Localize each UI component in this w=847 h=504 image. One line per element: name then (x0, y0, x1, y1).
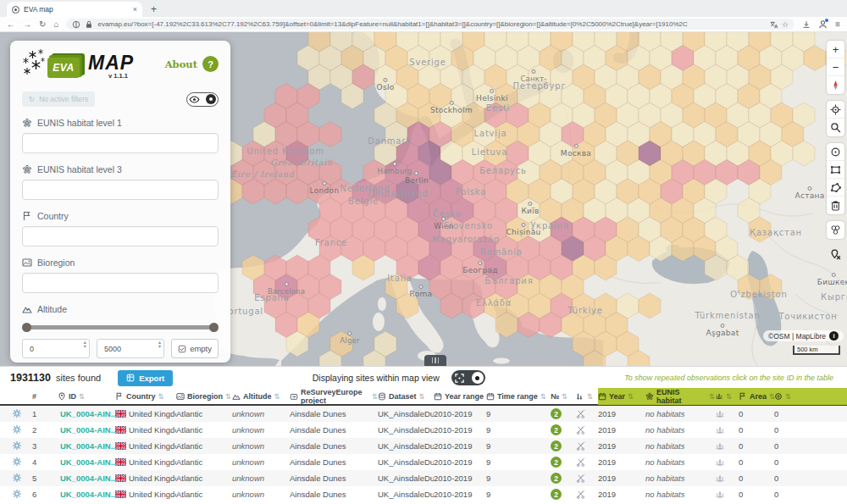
profile-avatar[interactable] (818, 19, 828, 29)
column-header-time_range[interactable]: Time range⇅ (486, 392, 551, 401)
cell-select[interactable] (12, 489, 32, 501)
site-id-link[interactable]: UK_0004-AIN... (60, 425, 115, 435)
cell-n[interactable]: 2 (551, 457, 576, 468)
column-header-year[interactable]: Year⇅ (598, 392, 645, 401)
eunis-level1-input[interactable] (22, 133, 219, 153)
bookmark-star-icon[interactable]: ☆ (782, 20, 789, 29)
forward-button[interactable]: → (23, 19, 31, 29)
cell-select[interactable] (12, 440, 32, 452)
column-header-habitat[interactable]: EUNIS habitat⇅ (645, 388, 715, 405)
bioregion-input[interactable] (22, 273, 219, 293)
empty-checkbox-button[interactable]: empty (171, 339, 219, 358)
browser-menu-icon[interactable]: ≡ (835, 19, 840, 29)
box-select-button[interactable] (827, 161, 844, 179)
row-settings-icon[interactable] (12, 473, 22, 483)
column-header-bars[interactable]: ⇅ (576, 392, 598, 401)
compass-button[interactable] (827, 76, 844, 94)
address-bar[interactable]: evamap.eu/?box=[-47.192%2C33.613%2C77.19… (66, 19, 794, 30)
slider-handle-max[interactable] (209, 323, 219, 332)
export-button[interactable]: Export (118, 370, 173, 386)
tracking-shield-icon[interactable] (72, 20, 80, 29)
downloads-icon[interactable] (802, 20, 811, 29)
search-button[interactable] (827, 119, 844, 136)
sort-icon[interactable]: ⇅ (225, 392, 231, 401)
sort-icon[interactable]: ⇅ (419, 392, 425, 401)
circle-select-button[interactable] (827, 143, 844, 161)
altitude-slider[interactable] (22, 323, 219, 332)
cell-n[interactable]: 2 (551, 408, 576, 419)
cell-id[interactable]: UK_0004-AIN... (58, 425, 115, 435)
info-icon[interactable]: i (829, 331, 839, 341)
cell-n[interactable]: 2 (551, 489, 576, 500)
hex-bin[interactable] (760, 274, 782, 300)
sort-icon[interactable]: ⇅ (372, 392, 378, 401)
site-id-link[interactable]: UK_0004-AIN... (60, 474, 115, 483)
sort-icon[interactable]: ⇅ (709, 392, 715, 401)
row-settings-icon[interactable] (12, 457, 22, 467)
no-active-filters-button[interactable]: ↻ No active filters (22, 91, 95, 107)
column-header-project[interactable]: ReSurveyEurope project⇅ (290, 388, 378, 405)
visibility-toggle[interactable] (186, 92, 219, 107)
new-tab-button[interactable]: + (151, 3, 157, 17)
back-button[interactable]: ← (7, 19, 15, 29)
column-header-n[interactable]: №⇅ (551, 392, 576, 401)
sort-icon[interactable]: ⇅ (587, 392, 593, 401)
cell-id[interactable]: UK_0004-AIN... (58, 490, 115, 499)
translate-icon[interactable] (769, 20, 778, 29)
column-header-country[interactable]: Country⇅ (115, 392, 176, 401)
column-header-dataset[interactable]: Dataset⇅ (378, 392, 434, 401)
close-tab-icon[interactable]: × (133, 5, 137, 14)
cell-id[interactable]: UK_0004-AIN... (58, 441, 115, 451)
stepper-arrows[interactable]: ▲▼ (158, 341, 162, 348)
sort-icon[interactable]: ⇅ (628, 392, 634, 401)
row-settings-icon[interactable] (12, 424, 22, 435)
sort-icon[interactable]: ⇅ (562, 392, 567, 401)
stepper-arrows[interactable]: ▲▼ (83, 341, 87, 348)
browser-tab[interactable]: EVA map × (7, 2, 142, 17)
column-header-donut[interactable]: ⇅ (774, 392, 815, 401)
polygon-select-button[interactable] (827, 179, 844, 197)
site-id-link[interactable]: UK_0004-AIN... (60, 490, 115, 499)
cell-n[interactable]: 2 (551, 424, 576, 435)
cell-n[interactable]: 2 (551, 473, 576, 484)
map-view-toggle[interactable] (451, 370, 485, 385)
cell-select[interactable] (12, 457, 32, 468)
cell-select[interactable] (12, 473, 32, 485)
table-resize-handle[interactable] (424, 355, 446, 366)
observations-badge[interactable]: 2 (551, 408, 562, 419)
observations-badge[interactable]: 2 (551, 440, 562, 451)
cell-id[interactable]: UK_0004-AIN... (58, 457, 115, 467)
hex-bin[interactable] (639, 293, 661, 318)
site-id-link[interactable]: UK_0004-AIN... (60, 409, 115, 418)
locate-button[interactable] (827, 101, 844, 119)
site-id-link[interactable]: UK_0004-AIN... (60, 457, 115, 467)
sort-icon[interactable]: ⇅ (785, 392, 791, 401)
cell-id[interactable]: UK_0004-AIN... (58, 409, 115, 418)
help-button[interactable]: ? (202, 56, 219, 72)
altitude-min-input[interactable] (22, 339, 90, 358)
altitude-max-input[interactable] (97, 339, 164, 358)
map-canvas[interactable]: SverigeOsloStockholmHelsinkiСанкт-Петерб… (0, 32, 847, 366)
sort-icon[interactable]: ⇅ (79, 392, 85, 401)
delete-button[interactable] (827, 197, 844, 214)
zoom-in-button[interactable]: + (827, 41, 844, 58)
sort-icon[interactable]: ⇅ (158, 392, 164, 401)
eunis-level3-input[interactable] (22, 180, 219, 200)
cell-id[interactable]: UK_0004-AIN... (58, 474, 115, 483)
reload-button[interactable]: ↻ (39, 19, 46, 29)
sort-icon[interactable]: ⇅ (726, 392, 732, 401)
sort-icon[interactable]: ⇅ (274, 392, 280, 401)
observations-badge[interactable]: 2 (551, 424, 562, 435)
zoom-out-button[interactable]: − (827, 58, 844, 76)
hexagon-layer-button[interactable] (827, 221, 844, 239)
site-id-link[interactable]: UK_0004-AIN... (60, 441, 115, 451)
column-header-area[interactable]: Area⇅ (739, 392, 774, 401)
about-link[interactable]: About (165, 58, 197, 70)
column-header-altitude[interactable]: Altitude⇅ (232, 392, 290, 401)
markers-off-button[interactable] (827, 246, 844, 263)
row-settings-icon[interactable] (12, 489, 22, 499)
column-header-bioregion[interactable]: Bioregion⇅ (176, 392, 232, 401)
cell-select[interactable] (12, 424, 32, 436)
hex-bin[interactable] (319, 122, 341, 147)
home-button[interactable]: ⌂ (53, 19, 58, 29)
